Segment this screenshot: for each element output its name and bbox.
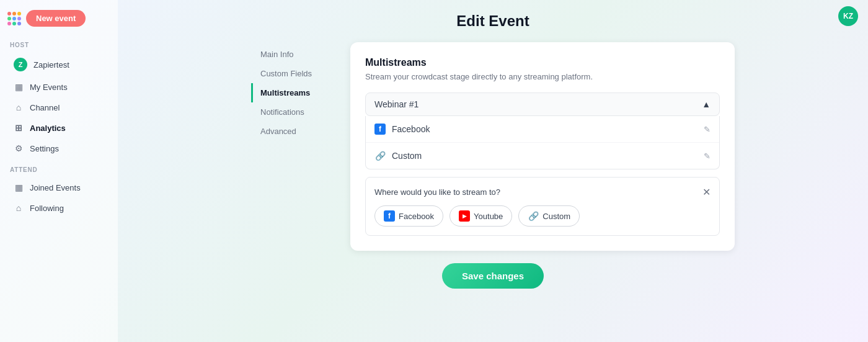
- main-content: Edit Event Main Info Custom Fields Multi…: [118, 0, 868, 342]
- nav-item-multistreams[interactable]: Multistreams: [251, 83, 350, 102]
- custom-label: Custom: [392, 151, 422, 161]
- sidebar-item-settings[interactable]: ⚙ Settings: [4, 138, 114, 158]
- chevron-up-icon: ▲: [702, 99, 711, 109]
- calendar-icon: ▦: [14, 82, 24, 92]
- page-title: Edit Event: [456, 12, 529, 30]
- new-event-button[interactable]: New event: [26, 10, 86, 27]
- gear-icon: ⚙: [14, 143, 24, 153]
- stream-item-custom: 🔗 Custom ✎: [366, 143, 719, 169]
- stream-options: f Facebook ▶ Youtube 🔗 Custom: [374, 205, 711, 227]
- sidebar-item-host[interactable]: Z Zapiertest: [4, 53, 114, 76]
- sidebar-label-joined-events: Joined Events: [30, 183, 81, 192]
- edit-custom-icon[interactable]: ✎: [704, 151, 711, 161]
- option-youtube-icon: ▶: [459, 210, 470, 222]
- sidebar: New event HOST Z Zapiertest ▦ My Events …: [0, 0, 118, 342]
- edit-facebook-icon[interactable]: ✎: [704, 125, 711, 134]
- sidebar-item-channel[interactable]: ⌂ Channel: [4, 97, 114, 117]
- sidebar-item-my-events[interactable]: ▦ My Events: [4, 77, 114, 97]
- webinar-label: Webinar #1: [374, 99, 418, 109]
- app-logo: [7, 12, 21, 25]
- webinar-dropdown[interactable]: Webinar #1 ▲: [365, 92, 720, 116]
- sidebar-item-joined-events[interactable]: ▦ Joined Events: [4, 178, 114, 197]
- multistreams-card: Multistreams Stream your crowdcast stage…: [350, 42, 735, 251]
- stream-items-list: f Facebook ✎ 🔗 Custom ✎: [365, 116, 720, 169]
- host-name: Zapiertest: [33, 60, 69, 70]
- sidebar-label-channel: Channel: [30, 103, 60, 112]
- host-section-label: HOST: [0, 34, 118, 52]
- nav-item-custom-fields[interactable]: Custom Fields: [251, 64, 350, 83]
- save-changes-button[interactable]: Save changes: [442, 263, 544, 289]
- sidebar-label-settings: Settings: [30, 144, 59, 153]
- option-custom-icon: 🔗: [528, 210, 539, 222]
- sidebar-label-my-events: My Events: [30, 83, 68, 92]
- option-facebook-label: Facebook: [399, 212, 434, 221]
- option-custom-button[interactable]: 🔗 Custom: [518, 205, 580, 227]
- close-stream-panel-button[interactable]: ✕: [702, 186, 711, 198]
- home-icon: ⌂: [14, 102, 24, 112]
- user-avatar[interactable]: KZ: [838, 6, 858, 26]
- facebook-icon: f: [374, 124, 386, 135]
- option-custom-label: Custom: [542, 212, 570, 221]
- card-title: Multistreams: [365, 57, 720, 68]
- facebook-label: Facebook: [392, 124, 430, 134]
- sidebar-item-following[interactable]: ⌂ Following: [4, 198, 114, 218]
- sidebar-label-analytics: Analytics: [30, 124, 66, 133]
- option-youtube-button[interactable]: ▶ Youtube: [450, 205, 512, 227]
- stream-item-facebook: f Facebook ✎: [366, 116, 719, 143]
- nav-item-main-info[interactable]: Main Info: [251, 45, 350, 64]
- link-icon: 🔗: [374, 150, 386, 161]
- option-facebook-button[interactable]: f Facebook: [374, 205, 443, 227]
- card-subtitle: Stream your crowdcast stage directly to …: [365, 72, 720, 81]
- nav-item-notifications[interactable]: Notifications: [251, 102, 350, 122]
- nav-item-advanced[interactable]: Advanced: [251, 122, 350, 141]
- option-facebook-icon: f: [384, 210, 395, 222]
- calendar2-icon: ▦: [14, 182, 24, 192]
- stream-to-panel: Where would you like to stream to? ✕ f F…: [365, 177, 720, 236]
- attend-section-label: ATTEND: [0, 159, 118, 177]
- home2-icon: ⌂: [14, 203, 24, 213]
- left-nav: Main Info Custom Fields Multistreams Not…: [251, 42, 350, 251]
- sidebar-label-following: Following: [30, 204, 64, 213]
- grid-icon: ⊞: [14, 123, 24, 133]
- sidebar-item-analytics[interactable]: ⊞ Analytics: [4, 118, 114, 138]
- stream-to-label: Where would you like to stream to?: [374, 187, 500, 197]
- option-youtube-label: Youtube: [474, 212, 503, 221]
- host-avatar: Z: [14, 58, 27, 71]
